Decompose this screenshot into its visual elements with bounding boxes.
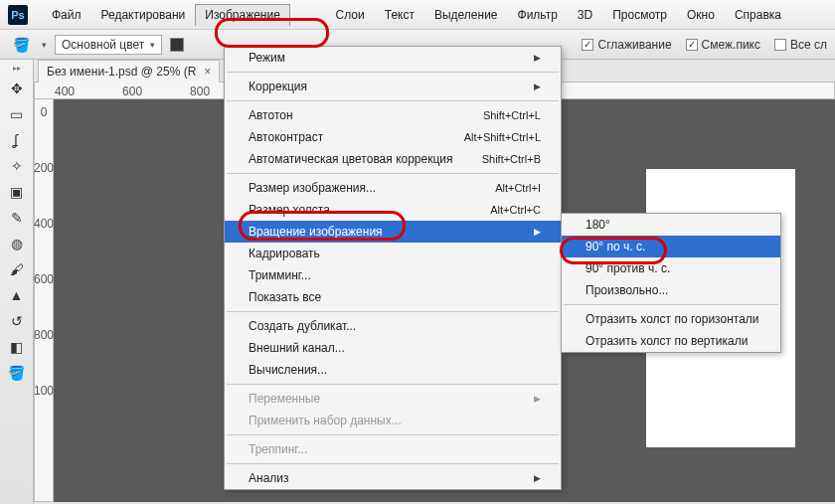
pattern-swatch[interactable] (170, 38, 184, 52)
menu-variables: Переменные▶ (225, 388, 561, 410)
crop-tool[interactable]: ▣ (4, 180, 30, 204)
ruler-tick: 800 (190, 84, 210, 98)
toolbar-grip-icon[interactable]: ▸▸ (13, 64, 21, 73)
menu-image[interactable]: Изображение (195, 4, 290, 26)
marquee-tool[interactable]: ▭ (4, 102, 30, 126)
flip-horizontal[interactable]: Отразить холст по горизонтали (562, 308, 780, 330)
separator (227, 434, 559, 435)
separator (227, 311, 559, 312)
document-tab[interactable]: Без имени-1.psd @ 25% (R × (38, 60, 220, 83)
bucket-tool[interactable]: 🪣 (4, 361, 30, 385)
menu-mode[interactable]: Режим▶ (225, 47, 561, 69)
rotation-submenu: 180° 90° по ч. с. 90° против ч. с. Произ… (561, 213, 781, 353)
separator (227, 384, 559, 385)
menu-auto-color[interactable]: Автоматическая цветовая коррекцияShift+C… (225, 148, 561, 170)
menu-apply-image[interactable]: Внешний канал... (225, 337, 561, 359)
menu-apply-data-set: Применить набор данных... (225, 410, 561, 431)
all-layers-option[interactable]: Все сл (774, 38, 827, 52)
fill-mode-select[interactable]: Основной цвет ▾ (55, 35, 162, 55)
lasso-tool[interactable]: ʆ (4, 128, 30, 152)
menu-calculations[interactable]: Вычисления... (225, 359, 561, 381)
submenu-arrow-icon: ▶ (534, 82, 541, 91)
menu-auto-contrast[interactable]: АвтоконтрастAlt+Shift+Ctrl+L (225, 126, 561, 148)
app-logo: Ps (8, 5, 28, 25)
menu-image-size[interactable]: Размер изображения...Alt+Ctrl+I (225, 177, 561, 199)
image-menu-dropdown: Режим▶ Коррекция▶ АвтотонShift+Ctrl+L Ав… (224, 46, 562, 490)
heal-tool[interactable]: ◍ (4, 232, 30, 255)
antialias-label: Сглаживание (597, 38, 671, 52)
separator (227, 72, 559, 73)
menu-edit[interactable]: Редактировани (91, 4, 196, 26)
menu-canvas-size[interactable]: Размер холста...Alt+Ctrl+C (225, 199, 561, 221)
menu-trim[interactable]: Тримминг... (225, 264, 561, 286)
menu-window[interactable]: Окно (677, 4, 725, 26)
menu-analysis[interactable]: Анализ▶ (225, 467, 561, 489)
ruler-vertical: 0 200 400 600 800 100 (34, 99, 54, 502)
ruler-tick: 400 (55, 84, 75, 98)
tools-panel: ▸▸ ✥ ▭ ʆ ✧ ▣ ✎ ◍ 🖌 ▲ ↺ ◧ 🪣 (0, 60, 34, 504)
chevron-down-icon: ▾ (150, 40, 155, 50)
menu-layer[interactable]: Слои (326, 4, 375, 26)
menu-reveal-all[interactable]: Показать все (225, 286, 561, 308)
menu-filter[interactable]: Фильтр (508, 4, 568, 26)
rotate-90-cw[interactable]: 90° по ч. с. (562, 236, 780, 257)
ruler-tick: 200 (34, 161, 54, 175)
menu-trap: Треппинг... (225, 438, 561, 460)
rotate-180[interactable]: 180° (562, 214, 780, 236)
menu-adjustments[interactable]: Коррекция▶ (225, 76, 561, 97)
history-brush-tool[interactable]: ↺ (4, 309, 30, 333)
antialias-option[interactable]: Сглаживание (582, 38, 671, 52)
fill-mode-label: Основной цвет (62, 38, 144, 52)
bucket-icon: 🪣 (8, 33, 34, 57)
submenu-arrow-icon: ▶ (534, 53, 541, 63)
all-layers-checkbox[interactable] (774, 39, 786, 51)
document-title: Без имени-1.psd @ 25% (R (47, 65, 196, 79)
flip-vertical[interactable]: Отразить холст по вертикали (562, 330, 780, 352)
contiguous-option[interactable]: Смеж.пикс (686, 38, 760, 52)
ruler-tick: 100 (34, 384, 54, 398)
menu-duplicate[interactable]: Создать дубликат... (225, 315, 561, 337)
menu-crop[interactable]: Кадрировать (225, 243, 561, 264)
move-tool[interactable]: ✥ (4, 77, 30, 100)
close-icon[interactable]: × (204, 65, 211, 79)
wand-tool[interactable]: ✧ (4, 154, 30, 178)
menu-bar: Файл Редактировани Изображение Сл Слои Т… (42, 4, 791, 26)
separator (227, 100, 559, 101)
ruler-tick: 600 (122, 84, 142, 98)
menu-file[interactable]: Файл (42, 4, 91, 26)
separator (227, 173, 559, 174)
eyedropper-tool[interactable]: ✎ (4, 206, 30, 230)
menu-help[interactable]: Справка (725, 4, 791, 26)
ruler-tick: 0 (41, 105, 48, 119)
rotate-90-ccw[interactable]: 90° против ч. с. (562, 257, 780, 279)
menu-view[interactable]: Просмотр (602, 4, 677, 26)
menu-3d[interactable]: 3D (568, 4, 602, 26)
menu-type[interactable]: Текст (375, 4, 424, 26)
contiguous-label: Смеж.пикс (702, 38, 760, 52)
menu-image-rotation[interactable]: Вращение изображения▶ (225, 221, 561, 243)
ruler-tick: 400 (34, 217, 54, 231)
eraser-tool[interactable]: ◧ (4, 335, 30, 359)
all-layers-label: Все сл (790, 38, 827, 52)
tool-preset-chevron-icon[interactable]: ▾ (42, 40, 47, 50)
ruler-tick: 600 (34, 272, 54, 286)
separator (564, 304, 778, 305)
contiguous-checkbox[interactable] (686, 39, 698, 51)
submenu-arrow-icon: ▶ (534, 394, 541, 404)
menu-auto-tone[interactable]: АвтотонShift+Ctrl+L (225, 104, 561, 126)
submenu-arrow-icon: ▶ (534, 473, 541, 483)
brush-tool[interactable]: 🖌 (4, 257, 30, 281)
title-bar: Ps Файл Редактировани Изображение Сл Сло… (0, 0, 835, 30)
antialias-checkbox[interactable] (582, 39, 593, 51)
ruler-tick: 800 (34, 328, 54, 342)
separator (227, 463, 559, 464)
rotate-arbitrary[interactable]: Произвольно... (562, 279, 780, 301)
menu-select[interactable]: Выделение (424, 4, 508, 26)
stamp-tool[interactable]: ▲ (4, 283, 30, 307)
submenu-arrow-icon: ▶ (534, 227, 541, 237)
